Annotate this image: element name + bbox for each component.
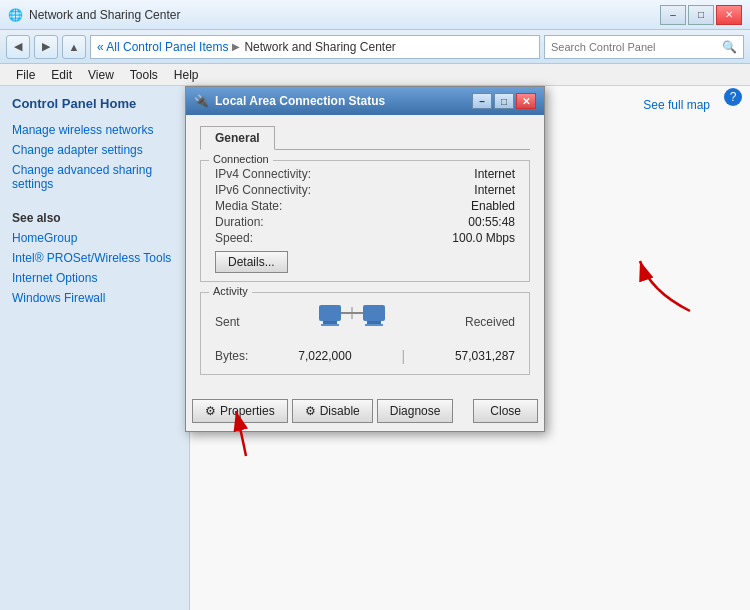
properties-button[interactable]: ⚙ Properties [192, 399, 288, 423]
duration-row: Duration: 00:55:48 [211, 215, 519, 229]
sent-bytes-value: 7,022,000 [298, 349, 351, 363]
svg-rect-10 [367, 321, 381, 324]
forward-button[interactable]: ▶ [34, 35, 58, 59]
properties-label: Properties [220, 404, 275, 418]
dialog-footer: ⚙ Properties ⚙ Disable Diagnose Close [186, 395, 544, 431]
details-button[interactable]: Details... [215, 251, 288, 273]
arrow-annotation-right [620, 241, 700, 321]
window-icon: 🌐 [8, 8, 23, 22]
media-state-row: Media State: Enabled [211, 199, 519, 213]
breadcrumb-part2: Network and Sharing Center [244, 40, 395, 54]
menu-view[interactable]: View [80, 66, 122, 84]
search-icon: 🔍 [722, 40, 737, 54]
ipv6-label: IPv6 Connectivity: [215, 183, 311, 197]
see-also-title: See also [12, 211, 177, 225]
menu-edit[interactable]: Edit [43, 66, 80, 84]
network-activity-icon [317, 299, 387, 344]
media-state-value: Enabled [471, 199, 515, 213]
dialog-minimize[interactable]: – [472, 93, 492, 109]
intel-proset-link[interactable]: Intel® PROSet/Wireless Tools [12, 251, 177, 265]
received-label: Received [465, 315, 515, 329]
change-advanced-sharing-link[interactable]: Change advanced sharing settings [12, 163, 177, 191]
close-window-button[interactable]: ✕ [716, 5, 742, 25]
menu-file[interactable]: File [8, 66, 43, 84]
disable-icon: ⚙ [305, 404, 316, 418]
ipv6-value: Internet [474, 183, 515, 197]
dialog-title-text: Local Area Connection Status [215, 94, 385, 108]
sent-label: Sent [215, 315, 240, 329]
dialog-icon: 🔌 [194, 94, 209, 108]
see-full-map-link[interactable]: See full map [643, 98, 710, 112]
media-state-label: Media State: [215, 199, 282, 213]
title-bar-controls: – □ ✕ [660, 5, 742, 25]
ipv4-row: IPv4 Connectivity: Internet [211, 167, 519, 181]
windows-firewall-link[interactable]: Windows Firewall [12, 291, 177, 305]
dialog-content: General Connection IPv4 Connectivity: In… [186, 115, 544, 395]
svg-rect-7 [323, 321, 337, 324]
ipv4-label: IPv4 Connectivity: [215, 167, 311, 181]
bytes-row: Bytes: 7,022,000 | 57,031,287 [211, 348, 519, 364]
duration-label: Duration: [215, 215, 264, 229]
ipv4-value: Internet [474, 167, 515, 181]
dialog-overlay: 🔌 Local Area Connection Status – □ ✕ Gen… [185, 86, 545, 432]
footer-left-buttons: ⚙ Properties ⚙ Disable Diagnose [192, 399, 453, 423]
window-title: Network and Sharing Center [29, 8, 180, 22]
dialog-close-x[interactable]: ✕ [516, 93, 536, 109]
activity-header: Sent [211, 299, 519, 344]
back-button[interactable]: ◀ [6, 35, 30, 59]
bytes-label: Bytes: [215, 349, 248, 363]
svg-rect-11 [365, 324, 383, 326]
dialog-maximize[interactable]: □ [494, 93, 514, 109]
control-panel-home-link[interactable]: Control Panel Home [12, 96, 177, 111]
change-adapter-settings-link[interactable]: Change adapter settings [12, 143, 177, 157]
connection-section-label: Connection [209, 153, 273, 165]
dialog-controls: – □ ✕ [472, 93, 536, 109]
tab-general[interactable]: General [200, 126, 275, 150]
manage-wireless-networks-link[interactable]: Manage wireless networks [12, 123, 177, 137]
internet-options-link[interactable]: Internet Options [12, 271, 177, 285]
breadcrumb: « All Control Panel Items ▶ Network and … [90, 35, 540, 59]
breadcrumb-sep1: ▶ [232, 41, 240, 52]
properties-icon: ⚙ [205, 404, 216, 418]
menu-tools[interactable]: Tools [122, 66, 166, 84]
activity-section-label: Activity [209, 285, 252, 297]
homegroup-link[interactable]: HomeGroup [12, 231, 177, 245]
menu-help[interactable]: Help [166, 66, 207, 84]
activity-section: Activity Sent [200, 292, 530, 375]
search-input[interactable] [551, 41, 718, 53]
title-bar: 🌐 Network and Sharing Center – □ ✕ [0, 0, 750, 30]
help-icon[interactable]: ? [724, 88, 742, 106]
close-dialog-button[interactable]: Close [473, 399, 538, 423]
dialog-title-icon: 🔌 Local Area Connection Status [194, 94, 385, 108]
search-box[interactable]: 🔍 [544, 35, 744, 59]
address-bar: ◀ ▶ ▲ « All Control Panel Items ▶ Networ… [0, 30, 750, 64]
divider-pipe: | [401, 348, 405, 364]
duration-value: 00:55:48 [468, 215, 515, 229]
disable-label: Disable [320, 404, 360, 418]
title-bar-left: 🌐 Network and Sharing Center [8, 8, 180, 22]
diagnose-button[interactable]: Diagnose [377, 399, 454, 423]
received-bytes-value: 57,031,287 [455, 349, 515, 363]
up-button[interactable]: ▲ [62, 35, 86, 59]
details-btn-row: Details... [211, 251, 519, 273]
menu-bar: File Edit View Tools Help [0, 64, 750, 86]
speed-value: 100.0 Mbps [452, 231, 515, 245]
svg-rect-9 [363, 305, 385, 321]
tab-bar: General [200, 125, 530, 150]
dialog-title-bar: 🔌 Local Area Connection Status – □ ✕ [186, 87, 544, 115]
minimize-button[interactable]: – [660, 5, 686, 25]
connection-section: Connection IPv4 Connectivity: Internet I… [200, 160, 530, 282]
speed-row: Speed: 100.0 Mbps [211, 231, 519, 245]
breadcrumb-part1[interactable]: « All Control Panel Items [97, 40, 228, 54]
svg-rect-6 [319, 305, 341, 321]
disable-button[interactable]: ⚙ Disable [292, 399, 373, 423]
left-panel: Control Panel Home Manage wireless netwo… [0, 86, 190, 610]
svg-rect-8 [321, 324, 339, 326]
maximize-button[interactable]: □ [688, 5, 714, 25]
ipv6-row: IPv6 Connectivity: Internet [211, 183, 519, 197]
speed-label: Speed: [215, 231, 253, 245]
